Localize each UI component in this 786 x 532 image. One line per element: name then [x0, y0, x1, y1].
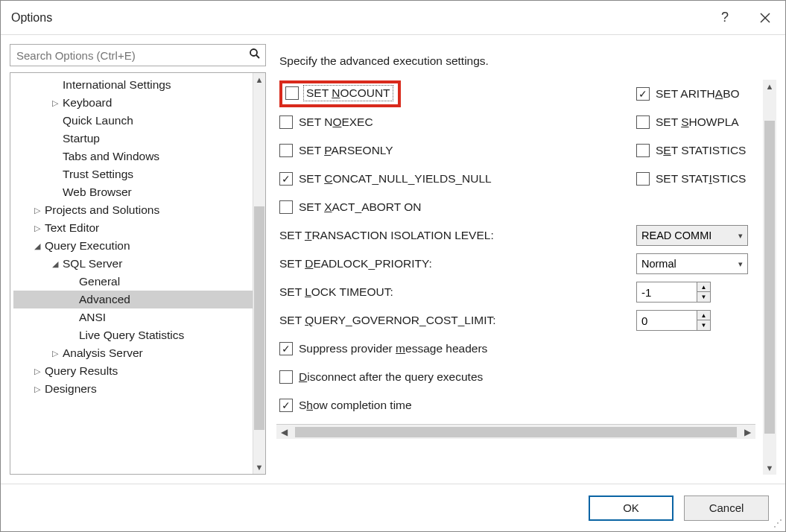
select-value: Normal — [641, 258, 676, 270]
option-label: SET SHOWPLA — [656, 115, 739, 129]
scroll-right-icon[interactable]: ▶ — [740, 427, 755, 437]
scroll-down-icon[interactable]: ▼ — [766, 461, 774, 475]
option-label: Suppress provider message headers — [299, 342, 487, 355]
spinner-querygov[interactable]: ▲▼ — [636, 310, 711, 331]
option-label: SET XACT_ABORT ON — [299, 200, 422, 214]
scroll-track[interactable] — [295, 427, 737, 437]
spinner-locktimeout[interactable]: ▲▼ — [636, 282, 711, 303]
tree-item-label: Tabs and Windows — [63, 150, 159, 163]
option-label: SET ARITHABO — [656, 87, 740, 101]
tree-scrollbar[interactable]: ▲ ▼ — [253, 73, 265, 474]
spinner-up-icon[interactable]: ▲ — [697, 282, 710, 292]
settings-scrollbar[interactable]: ▲ ▼ — [763, 80, 776, 475]
spinner-up-icon[interactable]: ▲ — [697, 311, 710, 320]
tree-item-startup[interactable]: Startup — [13, 130, 253, 148]
search-box[interactable] — [10, 44, 266, 66]
expand-icon[interactable]: ▷ — [34, 224, 45, 233]
checkbox-showplan[interactable] — [636, 115, 650, 129]
tree-item-query-execution[interactable]: ◢Query Execution — [13, 237, 253, 255]
option-label: SET STATISTICS — [656, 144, 746, 157]
tree-item-keyboard[interactable]: ▷Keyboard — [13, 94, 253, 112]
tree-item-label: Quick Launch — [63, 114, 133, 127]
scroll-up-icon[interactable]: ▲ — [766, 80, 774, 93]
checkbox-nocount[interactable] — [285, 86, 299, 100]
close-button[interactable] — [745, 1, 785, 34]
cancel-button[interactable]: Cancel — [684, 495, 769, 521]
tree-item-live-query-statistics[interactable]: Live Query Statistics — [13, 326, 253, 344]
close-icon — [760, 13, 770, 23]
tree-item-quick-launch[interactable]: Quick Launch — [13, 112, 253, 130]
checkbox-disconnect[interactable] — [279, 370, 293, 384]
option-label: Show completion time — [299, 399, 412, 412]
checkbox-showtime[interactable] — [279, 399, 293, 412]
spinner-input[interactable] — [637, 286, 697, 299]
checkbox-suppress[interactable] — [279, 342, 293, 355]
option-row-locktimeout: SET LOCK TIMEOUT:▲▼ — [276, 278, 755, 306]
option-label: Disconnect after the query executes — [299, 370, 483, 384]
option-row: SET PARSEONLYSET STATISTICS — [276, 136, 755, 165]
tree-item-web-browser[interactable]: Web Browser — [13, 183, 253, 201]
ok-button[interactable]: OK — [589, 495, 674, 521]
tree-item-label: Web Browser — [63, 186, 132, 199]
resize-grip[interactable]: ⋰ — [773, 518, 782, 528]
tree-item-trust-settings[interactable]: Trust Settings — [13, 165, 253, 183]
spinner-down-icon[interactable]: ▼ — [697, 292, 710, 302]
tree-item-international-settings[interactable]: International Settings — [13, 76, 253, 94]
options-tree[interactable]: International Settings▷KeyboardQuick Lau… — [10, 72, 266, 475]
tree-item-projects-and-solutions[interactable]: ▷Projects and Solutions — [13, 201, 253, 219]
tree-item-tabs-and-windows[interactable]: Tabs and Windows — [13, 148, 253, 165]
select-isolation[interactable]: READ COMMI▾ — [636, 225, 748, 246]
expand-icon[interactable]: ▷ — [34, 367, 45, 376]
tree-item-label: Keyboard — [63, 96, 112, 110]
search-input[interactable] — [15, 48, 249, 63]
dialog-footer: OK Cancel — [1, 484, 785, 531]
scroll-down-icon[interactable]: ▼ — [255, 460, 263, 474]
tree-item-analysis-server[interactable]: ▷Analysis Server — [13, 344, 253, 362]
highlight-nocount: SET NOCOUNT — [279, 80, 401, 107]
tree-item-label: Projects and Solutions — [45, 203, 159, 217]
tree-item-label: Text Editor — [45, 221, 99, 235]
tree-item-designers[interactable]: ▷Designers — [13, 380, 253, 398]
option-label: SET DEADLOCK_PRIORITY: — [279, 257, 432, 270]
checkbox-stats1[interactable] — [636, 144, 650, 157]
options-dialog: Options ? International Settings▷Keyboar… — [0, 0, 786, 532]
checkbox-arithabort[interactable] — [636, 87, 650, 101]
tree-item-label: International Settings — [63, 78, 171, 92]
option-row-disconnect: Disconnect after the query executes — [276, 363, 755, 391]
expand-icon[interactable]: ▷ — [34, 206, 45, 215]
help-button[interactable]: ? — [705, 1, 745, 34]
checkbox-noexec[interactable] — [279, 115, 293, 129]
tree-item-query-results[interactable]: ▷Query Results — [13, 362, 253, 380]
spinner-input[interactable] — [637, 314, 697, 327]
settings-hscrollbar[interactable]: ◀▶ — [276, 424, 755, 439]
option-row: SET XACT_ABORT ON — [276, 193, 755, 221]
option-label: SET LOCK TIMEOUT: — [279, 285, 393, 299]
scroll-up-icon[interactable]: ▲ — [255, 73, 263, 86]
scroll-thumb[interactable] — [254, 206, 264, 430]
spinner-down-icon[interactable]: ▼ — [697, 320, 710, 330]
scroll-left-icon[interactable]: ◀ — [276, 427, 292, 437]
window-title: Options — [11, 11, 52, 25]
select-deadlock[interactable]: Normal▾ — [636, 253, 748, 274]
tree-item-ansi[interactable]: ANSI — [13, 308, 253, 326]
option-label: SET STATISTICS — [656, 172, 746, 186]
scroll-thumb[interactable] — [764, 121, 775, 434]
expand-icon[interactable]: ▷ — [52, 98, 63, 108]
option-row-deadlock: SET DEADLOCK_PRIORITY:Normal▾ — [276, 250, 755, 278]
checkbox-xactabort[interactable] — [279, 200, 293, 214]
checkbox-stats2[interactable] — [636, 172, 650, 186]
option-row-showtime: Show completion time — [276, 391, 755, 419]
tree-item-advanced[interactable]: Advanced — [13, 291, 253, 308]
option-row-querygov: SET QUERY_GOVERNOR_COST_LIMIT:▲▼ — [276, 306, 755, 335]
expand-icon[interactable]: ◢ — [34, 241, 45, 251]
expand-icon[interactable]: ◢ — [52, 259, 63, 269]
expand-icon[interactable]: ▷ — [52, 349, 63, 358]
expand-icon[interactable]: ▷ — [34, 384, 45, 394]
checkbox-concatnull[interactable] — [279, 172, 293, 186]
tree-item-label: General — [79, 275, 120, 288]
tree-item-general[interactable]: General — [13, 273, 253, 291]
checkbox-parseonly[interactable] — [279, 144, 293, 157]
tree-item-text-editor[interactable]: ▷Text Editor — [13, 219, 253, 237]
option-row: SET NOCOUNTSET ARITHABO — [276, 80, 755, 108]
tree-item-sql-server[interactable]: ◢SQL Server — [13, 255, 253, 273]
